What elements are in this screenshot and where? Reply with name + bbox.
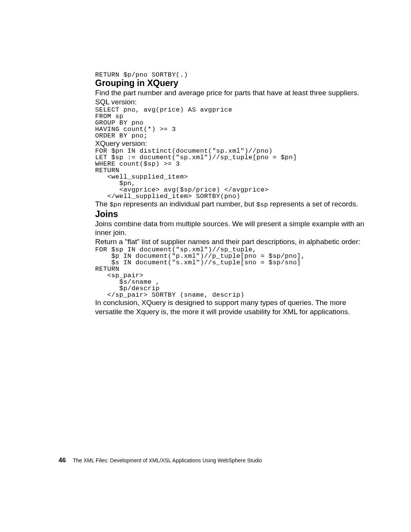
inline-code-sp: $sp bbox=[256, 201, 268, 208]
para-joins-intro: Joins combine data from multiple sources… bbox=[95, 219, 365, 238]
para-joins-task: Return a "flat" list of supplier names a… bbox=[95, 237, 365, 246]
heading-grouping: Grouping in XQuery bbox=[95, 78, 365, 88]
para-grouping-closing: The $pn represents an individual part nu… bbox=[95, 200, 365, 209]
label-sql-version: SQL version: bbox=[95, 97, 365, 107]
inline-code-pn: $pn bbox=[110, 201, 121, 208]
page-number: 46 bbox=[59, 457, 66, 464]
page-footer: 46 The XML Files: Development of XML/XSL… bbox=[59, 457, 262, 464]
text-closing-mid: represents an individual part number, bu… bbox=[121, 200, 256, 208]
footer-title: The XML Files: Development of XML/XSL Ap… bbox=[73, 457, 262, 463]
heading-joins: Joins bbox=[95, 209, 365, 219]
text-closing-post: represents a set of records. bbox=[268, 200, 358, 208]
label-xquery-version: XQuery version: bbox=[95, 139, 365, 148]
page: RETURN $p/pno SORTBY(.) Grouping in XQue… bbox=[0, 0, 411, 532]
text-closing-pre: The bbox=[95, 200, 110, 208]
para-joins-conclusion: In conclusion, XQuery is designed to sup… bbox=[95, 298, 365, 316]
code-block-xquery-joins: FOR $sp IN document("sp.xml")//sp_tuple,… bbox=[95, 246, 365, 298]
para-grouping-intro: Find the part number and average price f… bbox=[95, 88, 365, 97]
code-block-return: RETURN $p/pno SORTBY(.) bbox=[95, 72, 365, 78]
code-block-sql: SELECT pno, avg(price) AS avgprice FROM … bbox=[95, 107, 365, 139]
code-block-xquery-grouping: FOR $pn IN distinct(document("sp.xml")//… bbox=[95, 148, 365, 200]
